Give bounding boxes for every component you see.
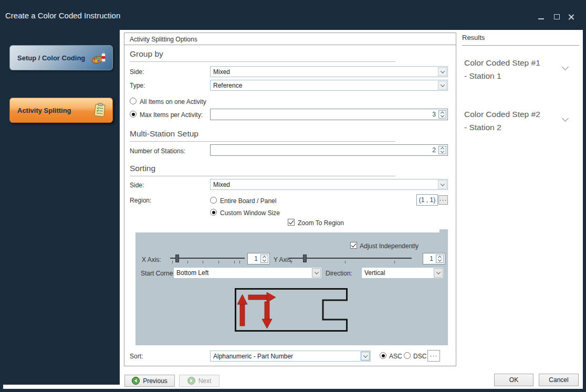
region-more-button[interactable]: ··· — [438, 195, 448, 205]
sort-dsc-radio[interactable] — [404, 352, 411, 359]
next-button[interactable]: Next — [179, 375, 219, 387]
side-label: Side: — [130, 68, 144, 76]
maximize-icon — [554, 14, 560, 19]
adjust-independently-label[interactable]: Adjust Independently — [360, 242, 418, 250]
spinner-updown-icon[interactable] — [438, 146, 446, 154]
x-axis-input[interactable]: 1 — [247, 253, 270, 264]
max-items-radio-label[interactable]: Max Items per Activity: — [140, 111, 203, 119]
cancel-button-label: Cancel — [549, 376, 568, 384]
group-by-heading: Group by — [130, 49, 163, 59]
green-forward-circle-icon — [187, 377, 195, 385]
previous-button-label: Previous — [143, 377, 168, 385]
minimize-button[interactable] — [535, 12, 547, 22]
start-corner-label: Start Corner: — [141, 270, 177, 277]
adjust-independently-checkbox[interactable] — [350, 242, 357, 249]
close-icon — [568, 14, 574, 20]
chevron-down-icon[interactable] — [438, 81, 447, 90]
entire-board-radio[interactable] — [210, 197, 217, 204]
sort-select[interactable]: Alphanumeric - Part Number — [210, 351, 371, 362]
activity-splitting-label: Activity Splitting — [10, 107, 93, 114]
group-by-divider — [130, 61, 395, 62]
chevron-down-icon[interactable] — [361, 352, 370, 361]
max-items-value: 3 — [432, 111, 436, 118]
start-corner-select[interactable]: Bottom Left — [173, 267, 322, 279]
spinner-updown-icon[interactable] — [438, 110, 446, 119]
sort-label: Sort: — [130, 353, 143, 360]
minimize-icon — [538, 18, 544, 19]
region-coordinate-value: (1 , 1) — [419, 196, 435, 204]
group-by-type-select[interactable]: Reference — [210, 80, 448, 91]
chevron-down-icon[interactable] — [438, 180, 447, 189]
result-item-step1[interactable]: Color Coded Step #1 - Station 1 — [464, 56, 580, 82]
direction-select[interactable]: Vertical — [361, 267, 444, 279]
chevron-down-icon[interactable] — [438, 67, 447, 76]
sort-selected-value: Alphanumeric - Part Number — [213, 353, 293, 360]
custom-window-radio[interactable] — [210, 209, 217, 216]
x-axis-label: X Axis: — [142, 256, 161, 263]
region-label: Region: — [130, 197, 151, 204]
region-coordinate-box: (1 , 1) — [416, 194, 438, 206]
slider-track — [170, 258, 245, 259]
entire-board-radio-label[interactable]: Entire Board / Panel — [220, 197, 276, 205]
slider-track — [288, 258, 412, 259]
spinner-updown-icon[interactable] — [260, 255, 268, 263]
content-panel-bottom-strip — [3, 385, 120, 389]
y-axis-slider[interactable] — [288, 253, 412, 264]
sort-dsc-label[interactable]: DSC — [413, 353, 426, 360]
y-axis-input[interactable]: 1 — [423, 253, 445, 264]
sorting-side-select[interactable]: Mixed — [210, 179, 448, 190]
sorting-heading: Sorting — [130, 164, 155, 173]
group-by-side-select[interactable]: Mixed — [210, 66, 448, 77]
y-axis-value: 1 — [430, 255, 433, 262]
window-title: Create a Color Coded Instruction — [5, 11, 120, 20]
multi-station-heading: Multi-Station Setup — [130, 129, 198, 139]
stations-label: Number of Stations: — [130, 147, 185, 155]
result-item-step2[interactable]: Color Coded Step #2 - Station 2 — [464, 108, 580, 134]
results-divider — [462, 45, 579, 46]
sidebar-item-setup-color-coding[interactable]: Setup / Color Coding — [9, 45, 113, 70]
clipboard-icon — [93, 103, 107, 118]
maximize-button[interactable] — [551, 12, 562, 22]
stations-value: 2 — [432, 146, 436, 154]
sort-more-button[interactable]: ··· — [427, 350, 440, 362]
max-items-radio[interactable] — [130, 111, 137, 118]
stations-input[interactable]: 2 — [210, 144, 448, 156]
sorting-side-label: Side: — [130, 182, 144, 189]
serpentine-direction-diagram — [235, 288, 348, 332]
direction-selected-value: Vertical — [364, 269, 385, 277]
sorting-side-selected-value: Mixed — [213, 181, 230, 188]
previous-button[interactable]: Previous — [124, 375, 175, 387]
zoom-to-region-checkbox[interactable] — [288, 219, 295, 226]
all-items-radio-label[interactable]: All Items on one Activity — [140, 98, 206, 105]
palette-spray-icon — [91, 51, 107, 65]
next-button-label: Next — [198, 377, 212, 385]
setup-color-coding-label: Setup / Color Coding — [10, 54, 91, 62]
all-items-radio[interactable] — [130, 98, 137, 104]
spinner-updown-icon[interactable] — [436, 255, 444, 263]
zoom-to-region-label[interactable]: Zoom To Region — [298, 219, 344, 227]
max-items-input[interactable]: 3 — [210, 109, 448, 120]
ok-button[interactable]: OK — [494, 374, 533, 386]
start-corner-selected-value: Bottom Left — [176, 269, 208, 277]
chevron-down-icon[interactable] — [312, 268, 321, 278]
type-label: Type: — [130, 82, 145, 89]
chevron-down-icon[interactable] — [434, 268, 443, 278]
x-axis-slider-thumb[interactable] — [175, 255, 179, 262]
type-selected-value: Reference — [213, 82, 242, 89]
sort-asc-radio[interactable] — [380, 352, 386, 359]
sort-asc-label[interactable]: ASC — [389, 353, 402, 360]
y-axis-slider-thumb[interactable] — [303, 255, 307, 262]
result-item-subtitle: - Station 2 — [464, 121, 580, 134]
close-button[interactable] — [566, 12, 577, 22]
dialog-window: Create a Color Coded Instruction Setup /… — [0, 0, 586, 392]
sidebar-item-activity-splitting[interactable]: Activity Splitting — [9, 98, 113, 123]
sorting-divider — [130, 176, 395, 176]
ok-button-label: OK — [509, 376, 518, 384]
groupbox-title: Activity Splitting Options — [130, 36, 197, 43]
x-axis-slider[interactable] — [170, 253, 245, 264]
custom-window-radio-label[interactable]: Custom Window Size — [220, 209, 280, 217]
multi-station-divider — [130, 141, 395, 142]
cancel-button[interactable]: Cancel — [539, 374, 579, 386]
results-heading: Results — [462, 34, 485, 41]
groupbox-title-divider — [124, 45, 456, 45]
